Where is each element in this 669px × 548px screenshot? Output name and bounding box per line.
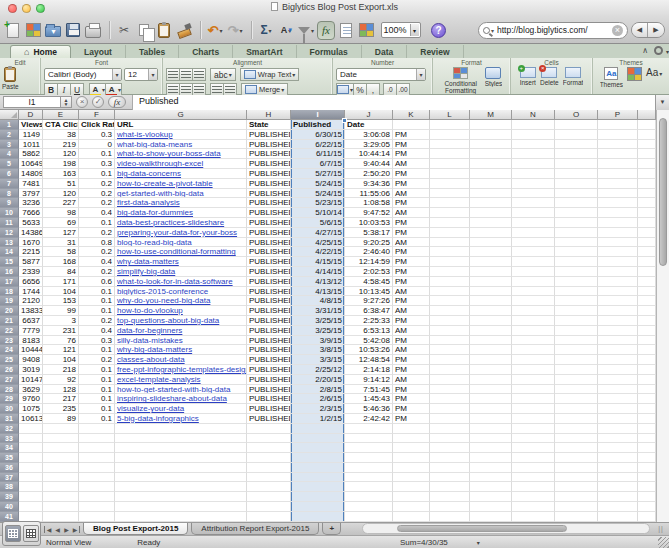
cell-Q27[interactable] [638,375,656,385]
cell-N37[interactable] [512,473,555,483]
cell-E33[interactable] [43,434,79,444]
cell-O10[interactable] [555,208,598,218]
cell-N17[interactable] [512,277,555,287]
cell-P27[interactable] [598,375,638,385]
column-header-O[interactable]: O [555,110,598,120]
scroll-split-button[interactable]: ▼ [655,95,669,110]
row-header-38[interactable]: 38 [0,482,19,492]
autosum-button[interactable]: Σ▾ [257,21,275,40]
cell-G15[interactable]: why-data-matters [115,257,247,267]
cell-J19[interactable]: 9:27:26 [345,296,393,306]
cell-K13[interactable]: AM [393,238,430,248]
url-link[interactable]: video-walkthrough-excel [117,159,203,168]
cell-O35[interactable] [555,453,598,463]
cell-G13[interactable]: blog-to-read-big-data [115,238,247,248]
new-workbook-button[interactable]: + [4,21,22,40]
cell-N26[interactable] [512,365,555,375]
cell-Q5[interactable] [638,159,656,169]
row-header-12[interactable]: 12 [0,228,19,238]
theme-fonts-button[interactable]: Aa▾ [646,67,662,78]
cell-O4[interactable] [555,149,598,159]
cell-G28[interactable]: how-to-get-started-with-big-data [115,385,247,395]
cell-L6[interactable] [430,169,470,179]
row-header-14[interactable]: 14 [0,247,19,257]
help-button[interactable]: ? [431,23,446,38]
cell-L29[interactable] [430,394,470,404]
cell-G32[interactable] [115,424,247,434]
cell-L20[interactable] [430,306,470,316]
cell-O12[interactable] [555,228,598,238]
cell-E23[interactable]: 76 [43,336,79,346]
cell-G27[interactable]: excel-template-analysis [115,375,247,385]
cell-E1[interactable]: CTA Clicks [43,120,79,130]
cell-F21[interactable]: 0.2 [79,316,115,326]
cell-H40[interactable] [247,502,291,512]
cell-F18[interactable]: 0.1 [79,287,115,297]
cell-P4[interactable] [598,149,638,159]
font-size-select[interactable]: 12▾ [124,68,158,81]
cell-E10[interactable]: 98 [43,208,79,218]
cell-O9[interactable] [555,198,598,208]
cell-N18[interactable] [512,287,555,297]
open-button[interactable]: ▼ [44,21,62,40]
cell-N22[interactable] [512,326,555,336]
cell-K5[interactable]: AM [393,159,430,169]
cell-E37[interactable] [43,473,79,483]
url-link[interactable]: simplify-big-data [117,267,175,276]
url-link[interactable]: what-big-data-means [117,140,192,149]
cell-K39[interactable] [393,492,430,502]
align-middle-button[interactable] [179,68,193,81]
show-formulas-button[interactable] [337,21,355,40]
back-button[interactable]: ◀ [632,23,648,37]
cell-E30[interactable]: 235 [43,404,79,414]
sheet-tab-attribution-report[interactable]: Attribution Report Export-2015 [191,523,319,535]
cell-G20[interactable]: how-to-do-vlookup [115,306,247,316]
cell-E29[interactable]: 217 [43,394,79,404]
cell-J21[interactable]: 2:25:33 [345,316,393,326]
cell-Q9[interactable] [638,198,656,208]
url-link[interactable]: why-data-matters [117,257,179,266]
cell-K20[interactable]: AM [393,306,430,316]
cell-M32[interactable] [470,424,512,434]
cell-G7[interactable]: how-to-create-a-pivot-table [115,179,247,189]
url-link[interactable]: how-to-do-vlookup [117,306,183,315]
cell-O38[interactable] [555,482,598,492]
cell-J18[interactable]: 10:13:45 [345,287,393,297]
row-header-24[interactable]: 24 [0,345,19,355]
cell-D29[interactable]: 9760 [19,394,43,404]
media-browser-button[interactable] [357,21,375,40]
cell-D38[interactable] [19,482,43,492]
cell-F37[interactable] [79,473,115,483]
cell-O28[interactable] [555,385,598,395]
cell-P20[interactable] [598,306,638,316]
cell-M39[interactable] [470,492,512,502]
row-header-13[interactable]: 13 [0,238,19,248]
cell-J9[interactable]: 1:08:58 [345,198,393,208]
column-header-J[interactable]: J [345,110,393,120]
cell-F33[interactable] [79,434,115,444]
cell-D1[interactable]: Views [19,120,43,130]
cell-O18[interactable] [555,287,598,297]
cell-P25[interactable] [598,355,638,365]
cell-H7[interactable]: PUBLISHED [247,179,291,189]
cell-I32[interactable] [291,424,345,434]
themes-button[interactable]: Aa Themes [600,67,623,88]
url-link[interactable]: silly-data-mistakes [117,336,183,345]
cell-L23[interactable] [430,336,470,346]
cell-H26[interactable]: PUBLISHED [247,365,291,375]
cell-J30[interactable]: 5:46:36 [345,404,393,414]
cell-J29[interactable]: 1:45:43 [345,394,393,404]
cell-F34[interactable] [79,443,115,453]
cell-K4[interactable]: PM [393,149,430,159]
cell-E31[interactable]: 89 [43,414,79,424]
cell-J1[interactable]: Date [345,120,393,130]
url-link[interactable]: 5-big-data-infographics [117,414,199,423]
column-header-I[interactable]: I [291,110,345,120]
cell-E3[interactable]: 219 [43,140,79,150]
cell-F5[interactable]: 0.3 [79,159,115,169]
align-bottom-button[interactable] [192,68,206,81]
cell-D15[interactable]: 5877 [19,257,43,267]
horizontal-scrollbar-thumb[interactable] [397,525,567,532]
cell-Q4[interactable] [638,149,656,159]
fx-icon[interactable]: fx [108,96,126,108]
